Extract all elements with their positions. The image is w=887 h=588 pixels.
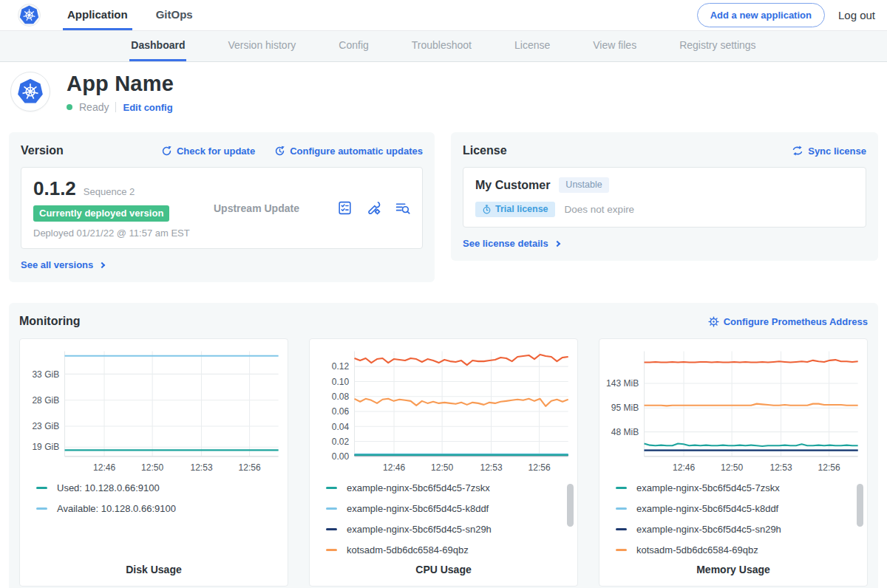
legend-item: example-nginx-5bc6f5d4c5-sn29h: [326, 524, 573, 535]
edit-config-link[interactable]: Edit config: [123, 102, 172, 113]
kubernetes-logo-icon: [19, 5, 39, 25]
chart-title: Disk Usage: [24, 564, 283, 575]
add-application-button[interactable]: Add a new application: [697, 3, 825, 27]
legend-item: example-nginx-5bc6f5d4c5-7zskx: [326, 482, 573, 493]
chevron-right-icon: [554, 240, 560, 246]
schedule-update-icon: [274, 146, 285, 157]
deployed-timestamp: Deployed 01/21/22 @ 11:57 am EST: [33, 228, 194, 239]
license-customer-name: My Customer: [475, 179, 550, 192]
kubernetes-app-icon: [17, 78, 44, 105]
svg-text:0.02: 0.02: [332, 437, 350, 447]
check-for-update-link[interactable]: Check for update: [161, 146, 255, 157]
see-all-versions-link[interactable]: See all versions: [21, 259, 104, 270]
refresh-icon: [161, 146, 172, 157]
chart-title: Memory Usage: [604, 564, 863, 575]
svg-text:12:46: 12:46: [93, 462, 115, 473]
series-color-swatch: [616, 549, 627, 551]
subnav-tab-dashboard[interactable]: Dashboard: [129, 31, 186, 61]
disk-usage-chart: 19 GiB23 GiB28 GiB33 GiB12:4612:5012:531…: [24, 345, 283, 475]
svg-text:19 GiB: 19 GiB: [32, 442, 59, 452]
sync-license-link[interactable]: Sync license: [792, 145, 866, 157]
scrollbar-thumb[interactable]: [857, 484, 863, 527]
license-expiry: Does not expire: [565, 204, 635, 215]
edit-config-icon[interactable]: [366, 200, 381, 216]
current-version-panel: 0.1.2 Sequence 2 Currently deployed vers…: [21, 167, 423, 249]
svg-text:23 GiB: 23 GiB: [32, 421, 59, 431]
app-avatar: [10, 72, 50, 112]
legend-label: example-nginx-5bc6f5d4c5-sn29h: [636, 524, 781, 535]
series-color-swatch: [326, 487, 337, 489]
legend-scrollbar[interactable]: [857, 484, 863, 565]
svg-text:143 MiB: 143 MiB: [606, 378, 639, 389]
app-subnav: DashboardVersion historyConfigTroublesho…: [0, 31, 887, 62]
series-color-swatch: [326, 549, 337, 551]
legend-item: kotsadm-5db6dc6584-69qbz: [326, 544, 573, 555]
legend-label: example-nginx-5bc6f5d4c5-sn29h: [347, 524, 492, 535]
license-card: License Sync license My Customer Unstabl…: [451, 132, 878, 261]
svg-text:0.08: 0.08: [332, 392, 350, 402]
legend-item: example-nginx-5bc6f5d4c5-k8ddf: [616, 503, 863, 514]
series-color-swatch: [36, 507, 47, 510]
topnav-tab-application[interactable]: Application: [63, 0, 132, 30]
preflight-checks-icon[interactable]: [337, 200, 353, 216]
legend-label: example-nginx-5bc6f5d4c5-k8ddf: [636, 503, 778, 514]
channel-badge: Unstable: [559, 177, 608, 193]
subnav-tab-license[interactable]: License: [513, 31, 551, 61]
stopwatch-icon: [482, 205, 492, 214]
license-type-badge: Trial license: [475, 202, 555, 217]
configure-prometheus-link[interactable]: Configure Prometheus Address: [708, 316, 868, 327]
series-color-swatch: [616, 528, 627, 530]
subnav-tab-version-history[interactable]: Version history: [226, 31, 297, 61]
legend-label: Used: 10.128.0.66:9100: [57, 482, 160, 493]
legend-label: kotsadm-5db6dc6584-69qbz: [347, 544, 469, 555]
legend-label: Available: 10.128.0.66:9100: [57, 503, 176, 514]
gear-icon: [708, 316, 719, 327]
series-color-swatch: [616, 507, 627, 510]
legend-item: example-nginx-5bc6f5d4c5-k8ddf: [326, 503, 573, 514]
chevron-right-icon: [99, 261, 105, 267]
legend-item: example-nginx-5bc6f5d4c5-sn29h: [616, 524, 863, 535]
topnav-tab-gitops[interactable]: GitOps: [152, 0, 197, 30]
status-dot-icon: [67, 104, 72, 110]
chart-legend: Used: 10.128.0.66:9100Available: 10.128.…: [24, 475, 283, 564]
see-license-details-link[interactable]: See license details: [463, 238, 560, 249]
version-card: Version Check for update Configure au: [9, 132, 435, 282]
legend-item: kotsadm-5db6dc6584-69qbz: [616, 544, 863, 555]
svg-text:12:53: 12:53: [480, 462, 502, 473]
legend-scrollbar[interactable]: [567, 484, 574, 565]
scrollbar-thumb[interactable]: [567, 484, 574, 527]
monitoring-title: Monitoring: [19, 315, 81, 328]
svg-text:95 MiB: 95 MiB: [611, 403, 639, 413]
subnav-tab-troubleshoot[interactable]: Troubleshoot: [410, 31, 473, 61]
svg-text:0.10: 0.10: [332, 377, 350, 387]
legend-item: example-nginx-5bc6f5d4c5-7zskx: [616, 482, 863, 493]
svg-text:12:50: 12:50: [721, 462, 743, 473]
brand-logo[interactable]: [18, 0, 41, 30]
svg-text:0.06: 0.06: [332, 406, 350, 417]
subnav-tab-config[interactable]: Config: [337, 31, 370, 61]
top-navbar: ApplicationGitOps Add a new application …: [0, 0, 887, 31]
logout-button[interactable]: Log out: [838, 9, 875, 21]
subnav-tab-registry-settings[interactable]: Registry settings: [678, 31, 757, 61]
legend-label: example-nginx-5bc6f5d4c5-7zskx: [636, 482, 780, 493]
chart-title: CPU Usage: [314, 564, 573, 575]
configure-automatic-updates-link[interactable]: Configure automatic updates: [274, 146, 423, 157]
svg-text:12:46: 12:46: [673, 462, 695, 473]
svg-text:12:53: 12:53: [769, 462, 792, 473]
svg-text:12:56: 12:56: [529, 462, 551, 473]
legend-label: example-nginx-5bc6f5d4c5-k8ddf: [347, 503, 489, 514]
svg-text:33 GiB: 33 GiB: [32, 369, 59, 380]
version-source: Upstream Update: [214, 202, 337, 214]
subnav-tab-view-files[interactable]: View files: [591, 31, 638, 61]
view-deploy-logs-icon[interactable]: [395, 200, 410, 216]
page-title: App Name: [67, 72, 174, 96]
version-number: 0.1.2: [33, 177, 76, 200]
status-text: Ready: [79, 101, 109, 113]
legend-label: kotsadm-5db6dc6584-69qbz: [636, 544, 758, 555]
svg-text:28 GiB: 28 GiB: [32, 395, 59, 406]
version-sequence: Sequence 2: [84, 186, 135, 197]
license-card-title: License: [463, 144, 507, 157]
monitoring-card: Monitoring Configure Prometheus Address …: [9, 303, 878, 588]
cpu-usage-chart: 0.000.020.040.060.080.100.1212:4612:5012…: [314, 345, 573, 475]
license-panel: My Customer Unstable Trial license Does …: [463, 167, 866, 228]
